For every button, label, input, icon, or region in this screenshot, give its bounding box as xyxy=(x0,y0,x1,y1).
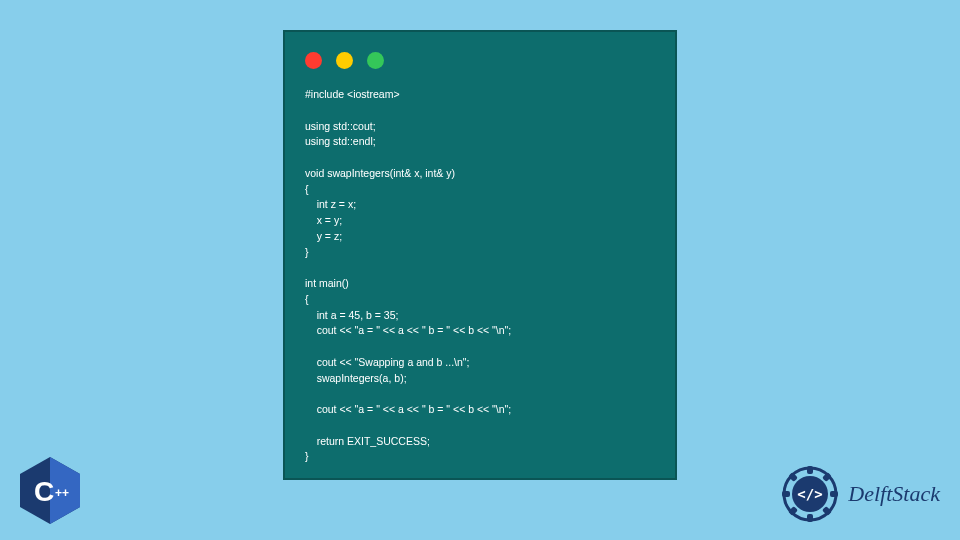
maximize-icon xyxy=(367,52,384,69)
minimize-icon xyxy=(336,52,353,69)
svg-rect-7 xyxy=(807,514,813,522)
brand-gear-icon: </> xyxy=(780,464,840,524)
svg-rect-5 xyxy=(830,491,838,497)
svg-rect-6 xyxy=(822,506,832,516)
svg-rect-9 xyxy=(782,491,790,497)
cpp-logo-icon: C ++ xyxy=(20,457,80,524)
svg-text:</>: </> xyxy=(798,486,823,502)
svg-rect-3 xyxy=(807,466,813,474)
cpp-letter: C xyxy=(34,476,54,507)
code-content: #include <iostream> using std::cout; usi… xyxy=(305,87,655,465)
window-controls xyxy=(305,52,655,69)
cpp-plus: ++ xyxy=(55,486,69,500)
svg-rect-8 xyxy=(788,506,798,516)
brand-logo: </> DelftStack xyxy=(780,464,940,524)
svg-rect-10 xyxy=(788,472,798,482)
svg-rect-4 xyxy=(822,472,832,482)
close-icon xyxy=(305,52,322,69)
code-window: #include <iostream> using std::cout; usi… xyxy=(283,30,677,480)
brand-name: DelftStack xyxy=(848,481,940,507)
